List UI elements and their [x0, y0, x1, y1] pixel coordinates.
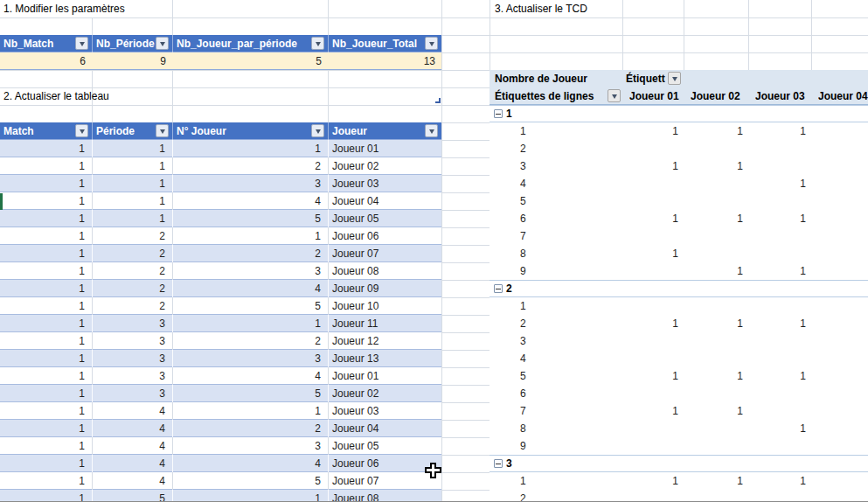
pivot-row-label[interactable]: 4	[490, 350, 622, 367]
filter-button[interactable]	[425, 37, 438, 50]
cell-periode[interactable]: 4	[92, 402, 172, 420]
pivot-data-row[interactable]: 81	[490, 420, 868, 437]
pivot-row-label[interactable]: 8	[490, 420, 622, 437]
pivot-data-row[interactable]: 5111	[490, 367, 868, 385]
table-row[interactable]: 142Joueur 04	[0, 420, 441, 437]
cell-num-joueur[interactable]: 4	[172, 455, 328, 472]
cell-match[interactable]: 1	[0, 402, 92, 420]
pivot-value-cell[interactable]: 1	[748, 210, 811, 227]
cell-num-joueur[interactable]: 1	[172, 402, 328, 420]
pivot-value-cell[interactable]: 1	[622, 245, 684, 262]
pivot-value-cell[interactable]: 1	[748, 420, 811, 437]
table-row[interactable]: 131Joueur 11	[0, 315, 441, 332]
table-row[interactable]: 133Joueur 13	[0, 350, 441, 367]
pivot-data-row[interactable]: 7	[490, 227, 868, 245]
column-labels-filter-button[interactable]	[668, 72, 681, 85]
cell-joueur[interactable]: Joueur 09	[328, 280, 441, 297]
cell-periode[interactable]: 1	[92, 175, 172, 192]
pivot-data-row[interactable]: 2111	[490, 315, 868, 332]
pivot-value-cell[interactable]: 1	[622, 315, 684, 332]
pivot-column-header[interactable]: Joueur 01	[629, 87, 684, 105]
cell-match[interactable]: 1	[0, 437, 92, 455]
table-row[interactable]: 124Joueur 09	[0, 280, 441, 297]
cell-joueur[interactable]: Joueur 05	[328, 210, 441, 227]
cell-joueur[interactable]: Joueur 04	[328, 192, 441, 210]
cell-periode[interactable]: 4	[92, 455, 172, 472]
cell-num-joueur[interactable]: 4	[172, 280, 328, 297]
filter-button[interactable]	[311, 37, 324, 50]
pivot-column-header[interactable]: Joueur 02	[691, 87, 748, 105]
pivot-row-label[interactable]: 3	[490, 157, 622, 175]
table-row[interactable]: 114Joueur 04	[0, 192, 441, 210]
pivot-value-cell[interactable]: 1	[622, 472, 684, 490]
cell-joueur[interactable]: Joueur 02	[328, 157, 441, 175]
filter-button[interactable]	[311, 124, 324, 137]
table-row[interactable]: 122Joueur 07	[0, 245, 441, 262]
pivot-value-cell[interactable]: 1	[684, 315, 748, 332]
pivot-value-cell[interactable]: 1	[748, 175, 811, 192]
pivot-row-label[interactable]: 7	[490, 227, 622, 245]
cell-periode[interactable]: 3	[92, 350, 172, 367]
table-row[interactable]: 123Joueur 08	[0, 262, 441, 280]
cell-num-joueur[interactable]: 2	[172, 420, 328, 437]
pivot-value-cell[interactable]: 1	[748, 315, 811, 332]
cell-periode[interactable]: 1	[92, 140, 172, 157]
pivot-data-row[interactable]: 6111	[490, 210, 868, 227]
pivot-row-label[interactable]: 6	[490, 385, 622, 402]
cell-num-joueur[interactable]: 5	[172, 297, 328, 315]
cell-num-joueur[interactable]: 5	[172, 472, 328, 490]
cell-match[interactable]: 1	[0, 332, 92, 350]
pivot-value-cell[interactable]: 1	[622, 367, 684, 385]
pivot-row-label[interactable]: 2	[490, 315, 622, 332]
cell-num-joueur[interactable]: 3	[172, 262, 328, 280]
cell-match[interactable]: 1	[0, 245, 92, 262]
cell-joueur[interactable]: Joueur 11	[328, 315, 441, 332]
cell-periode[interactable]: 4	[92, 472, 172, 490]
cell-periode[interactable]: 3	[92, 315, 172, 332]
filter-button[interactable]	[75, 124, 88, 137]
pivot-data-row[interactable]: 6	[490, 385, 868, 402]
pivot-row-label[interactable]: 9	[490, 437, 622, 455]
cell-num-joueur[interactable]: 5	[172, 210, 328, 227]
cell-match[interactable]: 1	[0, 140, 92, 157]
cell-match[interactable]: 1	[0, 350, 92, 367]
cell-match[interactable]: 1	[0, 315, 92, 332]
param-value-cell[interactable]: 5	[172, 52, 328, 70]
filter-button[interactable]	[156, 37, 169, 50]
cell-periode[interactable]: 1	[92, 157, 172, 175]
pivot-group-row[interactable]: 3	[490, 455, 868, 472]
cell-num-joueur[interactable]: 1	[172, 490, 328, 502]
pivot-value-cell[interactable]: 1	[684, 262, 748, 280]
table-row[interactable]: 111Joueur 01	[0, 140, 441, 157]
table-row[interactable]: 135Joueur 02	[0, 385, 441, 402]
table-row[interactable]: 112Joueur 02	[0, 157, 441, 175]
pivot-value-cell[interactable]: 1	[748, 122, 811, 140]
cell-num-joueur[interactable]: 2	[172, 332, 328, 350]
pivot-data-row[interactable]: 4	[490, 350, 868, 367]
pivot-row-label[interactable]: 2	[490, 140, 622, 157]
cell-periode[interactable]: 3	[92, 367, 172, 385]
cell-num-joueur[interactable]: 1	[172, 315, 328, 332]
row-labels-filter-button[interactable]	[608, 89, 621, 102]
pivot-row-label[interactable]: 5	[490, 192, 622, 210]
filter-button[interactable]	[75, 37, 88, 50]
table-row[interactable]: 134Joueur 01	[0, 367, 441, 385]
table-row[interactable]: 144Joueur 06	[0, 455, 441, 472]
pivot-data-row[interactable]: 911	[490, 262, 868, 280]
cell-periode[interactable]: 2	[92, 227, 172, 245]
cell-match[interactable]: 1	[0, 385, 92, 402]
table-row[interactable]: 151Joueur 08	[0, 490, 441, 502]
cell-joueur[interactable]: Joueur 03	[328, 402, 441, 420]
table-row[interactable]: 115Joueur 05	[0, 210, 441, 227]
table-row[interactable]: 132Joueur 12	[0, 332, 441, 350]
cell-num-joueur[interactable]: 3	[172, 350, 328, 367]
pivot-row-label[interactable]: 1	[490, 297, 622, 315]
cell-periode[interactable]: 4	[92, 420, 172, 437]
table-row[interactable]: 125Joueur 10	[0, 297, 441, 315]
pivot-data-row[interactable]: 3	[490, 332, 868, 350]
pivot-value-cell[interactable]: 1	[622, 122, 684, 140]
pivot-data-row[interactable]: 711	[490, 402, 868, 420]
cell-match[interactable]: 1	[0, 262, 92, 280]
cell-joueur[interactable]: Joueur 08	[328, 262, 441, 280]
pivot-value-cell[interactable]: 1	[684, 472, 748, 490]
